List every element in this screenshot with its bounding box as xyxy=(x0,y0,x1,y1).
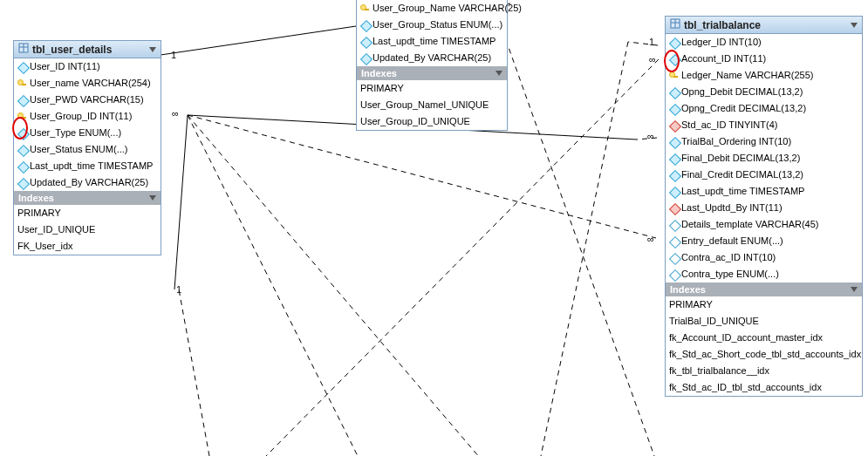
table-header-trialbalance[interactable]: tbl_trialbalance xyxy=(666,17,862,34)
svg-line-3 xyxy=(188,115,358,456)
column-text: Last_updt_time TIMESTAMP xyxy=(30,160,153,173)
table-icon xyxy=(18,43,29,56)
table-user-details[interactable]: tbl_user_details User_ID INT(11) User_na… xyxy=(13,40,161,255)
column-row[interactable]: Opng_Debit DECIMAL(13,2) xyxy=(666,84,862,100)
column-text: User_Group_Name VARCHAR(25) xyxy=(372,2,522,15)
index-row[interactable]: User_ID_UNIQUE xyxy=(14,221,161,238)
column-row[interactable]: User_ID INT(11) xyxy=(14,58,161,75)
column-row[interactable]: TrialBal_Ordering INT(10) xyxy=(666,133,862,150)
column-row[interactable]: Final_Credit DECIMAL(13,2) xyxy=(666,167,862,183)
index-row[interactable]: fk_Std_ac_Short_code_tbl_std_accounts_id… xyxy=(666,346,862,363)
svg-line-11 xyxy=(179,289,209,456)
index-row[interactable]: User_Group_ID_UNIQUE xyxy=(357,113,507,130)
svg-line-5 xyxy=(188,115,656,238)
column-row[interactable]: User_Group_Name VARCHAR(25) xyxy=(357,0,507,17)
index-row[interactable]: fk_tbl_trialbalance__idx xyxy=(666,363,862,379)
collapse-icon[interactable] xyxy=(496,71,502,76)
collapse-icon[interactable] xyxy=(851,287,858,292)
table-title: tbl_trialbalance xyxy=(684,19,847,31)
column-text: User_ID INT(11) xyxy=(30,60,100,73)
column-row[interactable]: User_Group_Status ENUM(...) xyxy=(357,17,507,33)
index-text: User_ID_UNIQUE xyxy=(17,223,95,236)
column-text: Contra_ac_ID INT(10) xyxy=(681,251,776,264)
svg-line-7 xyxy=(637,138,657,140)
column-row[interactable]: Final_Debit DECIMAL(13,2) xyxy=(666,150,862,167)
index-text: PRIMARY xyxy=(669,298,713,311)
index-text: FK_User_idx xyxy=(17,240,73,253)
svg-line-10 xyxy=(541,42,628,456)
column-row[interactable]: Last_Updtd_By INT(11) xyxy=(666,200,862,216)
column-row[interactable]: Ledger_Name VARCHAR(255) xyxy=(666,67,862,84)
column-row[interactable]: Entry_default ENUM(...) xyxy=(666,233,862,249)
index-text: User_Group_NameI_UNIQUE xyxy=(360,99,489,112)
column-row[interactable]: Updated_By VARCHAR(25) xyxy=(14,174,161,191)
collapse-icon[interactable] xyxy=(149,195,156,201)
svg-text:1: 1 xyxy=(649,37,654,47)
column-text: User_Type ENUM(...) xyxy=(30,126,121,140)
column-row[interactable]: Contra_ac_ID INT(10) xyxy=(666,249,862,266)
index-row[interactable]: FK_User_idx xyxy=(14,238,161,255)
column-text: Last_updt_time TIMESTAMP xyxy=(681,185,804,198)
svg-line-1 xyxy=(493,3,654,456)
column-row[interactable]: Std_ac_ID TINYINT(4) xyxy=(666,117,862,133)
index-row[interactable]: PRIMARY xyxy=(14,205,161,221)
indexes-header[interactable]: Indexes xyxy=(357,66,507,80)
column-text: Last_Updtd_By INT(11) xyxy=(681,201,783,214)
index-text: fk_Std_ac_Short_code_tbl_std_accounts_id… xyxy=(669,348,861,361)
column-text: User_name VARCHAR(254) xyxy=(30,77,151,90)
column-row[interactable]: Last_updt_time TIMESTAMP xyxy=(14,158,161,174)
column-row[interactable]: Ledger_ID INT(10) xyxy=(666,34,862,51)
indexes-header[interactable]: Indexes xyxy=(14,191,161,205)
index-text: fk_tbl_trialbalance__idx xyxy=(669,364,769,378)
column-text: Contra_type ENUM(...) xyxy=(681,268,779,281)
column-row[interactable]: Last_updt_time TIMESTAMP xyxy=(666,183,862,200)
column-text: Opng_Credit DECIMAL(13,2) xyxy=(681,102,806,115)
index-row[interactable]: fk_Account_ID_account_master_idx xyxy=(666,330,862,346)
indexes-header[interactable]: Indexes xyxy=(666,282,862,296)
column-text: User_PWD VARCHAR(15) xyxy=(30,93,144,106)
index-row[interactable]: TrialBal_ID_UNIQUE xyxy=(666,313,862,330)
column-row[interactable]: User_Status ENUM(...) xyxy=(14,141,161,158)
index-row[interactable]: PRIMARY xyxy=(357,80,507,97)
column-text: Details_template VARCHAR(45) xyxy=(681,218,819,231)
index-row[interactable]: User_Group_NameI_UNIQUE xyxy=(357,97,507,113)
index-text: PRIMARY xyxy=(17,207,61,220)
column-row[interactable]: User_Group_ID INT(11) xyxy=(14,108,161,125)
column-row[interactable]: Opng_Credit DECIMAL(13,2) xyxy=(666,100,862,117)
column-text: Account_ID INT(11) xyxy=(681,52,766,65)
column-text: Opng_Debit DECIMAL(13,2) xyxy=(681,85,803,99)
column-row[interactable]: Contra_type ENUM(...) xyxy=(666,266,862,282)
column-text: Final_Debit DECIMAL(13,2) xyxy=(681,152,800,165)
column-row[interactable]: User_Type ENUM(...) xyxy=(14,125,161,141)
column-text: Ledger_Name VARCHAR(255) xyxy=(681,69,813,82)
index-text: fk_Std_ac_ID_tbl_std_accounts_idx xyxy=(669,381,822,394)
column-row[interactable]: Last_updt_time TIMESTAMP xyxy=(357,33,507,50)
column-text: Updated_By VARCHAR(25) xyxy=(372,51,491,65)
index-row[interactable]: PRIMARY xyxy=(666,296,862,313)
index-row[interactable]: fk_Std_ac_ID_tbl_std_accounts_idx xyxy=(666,379,862,396)
column-text: User_Status ENUM(...) xyxy=(30,143,127,156)
column-text: User_Group_ID INT(11) xyxy=(30,110,132,123)
column-text: Final_Credit DECIMAL(13,2) xyxy=(681,168,803,181)
column-row[interactable]: Details_template VARCHAR(45) xyxy=(666,216,862,233)
collapse-icon[interactable] xyxy=(149,47,156,52)
svg-line-4 xyxy=(188,115,480,456)
table-trialbalance[interactable]: tbl_trialbalance Ledger_ID INT(10) Accou… xyxy=(665,16,863,397)
index-text: TrialBal_ID_UNIQUE xyxy=(669,315,759,328)
collapse-icon[interactable] xyxy=(851,23,858,28)
column-row[interactable]: Updated_By VARCHAR(25) xyxy=(357,50,507,66)
svg-text:1: 1 xyxy=(176,284,181,295)
svg-text:∞: ∞ xyxy=(647,131,654,141)
index-text: PRIMARY xyxy=(360,82,404,95)
column-row[interactable]: User_PWD VARCHAR(15) xyxy=(14,92,161,108)
index-text: fk_Account_ID_account_master_idx xyxy=(669,331,823,344)
column-text: Last_updt_time TIMESTAMP xyxy=(372,35,496,48)
column-row[interactable]: Account_ID INT(11) xyxy=(666,51,862,67)
column-text: Entry_default ENUM(...) xyxy=(681,235,783,248)
table-user-group[interactable]: User_Group_Name VARCHAR(25) User_Group_S… xyxy=(356,0,508,131)
table-header-user-details[interactable]: tbl_user_details xyxy=(14,41,161,58)
svg-line-2 xyxy=(174,115,188,289)
column-text: Updated_By VARCHAR(25) xyxy=(30,176,148,189)
table-title: tbl_user_details xyxy=(32,44,146,56)
column-row[interactable]: User_name VARCHAR(254) xyxy=(14,75,161,92)
